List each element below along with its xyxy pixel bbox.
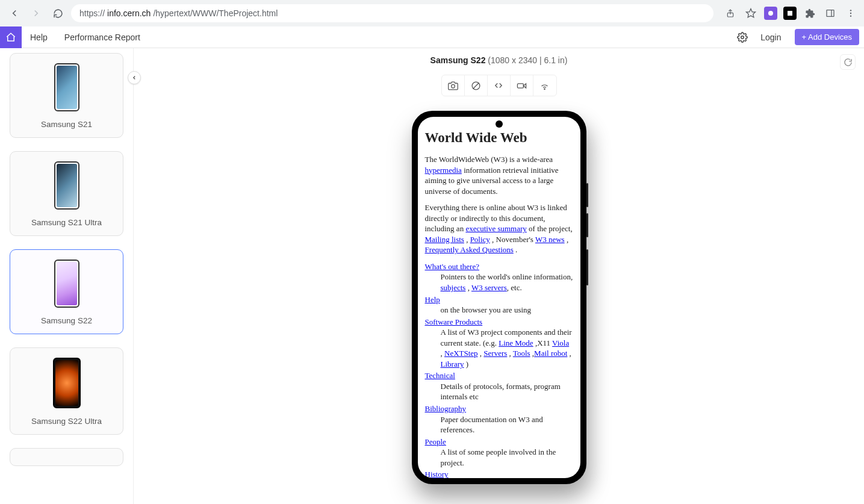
device-card-samsung-s22[interactable]: Samsung S22 [10,249,123,334]
viola-link[interactable]: Viola [552,338,569,347]
svg-line-11 [473,82,479,89]
people-link[interactable]: People [425,437,446,446]
screenshot-button[interactable] [442,75,465,96]
device-card-label: Samsung S21 Ultra [31,218,102,227]
login-link[interactable]: Login [752,33,789,42]
device-card-samsung-s22-ultra[interactable]: Samsung S22 Ultra [10,347,123,435]
rotate-button[interactable] [465,75,488,96]
url-host: info.cern.ch [107,8,151,18]
network-button[interactable] [533,75,556,96]
mail-robot-link[interactable]: Mail robot [534,349,567,358]
executive-summary-link[interactable]: executive summary [465,224,526,233]
volume-down-button [586,213,588,237]
power-button [586,249,588,285]
hypermedia-link[interactable]: hypermedia [425,166,462,175]
collapse-sidebar-button[interactable] [128,71,141,84]
device-card-samsung-s21[interactable]: Samsung S21 [10,53,123,138]
policy-link[interactable]: Policy [470,235,490,244]
svg-marker-1 [747,9,756,17]
svg-point-6 [850,13,851,14]
refresh-preview-button[interactable] [840,54,856,70]
svg-rect-12 [517,83,523,87]
help-link[interactable]: Help [22,33,56,42]
device-thumbnail [53,358,81,408]
camera-notch [496,120,503,128]
reload-button[interactable] [49,5,66,22]
nextstep-link[interactable]: NeXTStep [444,349,478,358]
device-card-label: Samsung S22 [41,316,92,325]
url-scheme: https:// [79,8,105,18]
w3-servers-link[interactable]: W3 servers [471,283,507,292]
svg-point-8 [741,36,744,39]
intro-paragraph-2: Everything there is online about W3 is l… [425,202,573,255]
kebab-menu-icon[interactable] [844,6,858,20]
back-button[interactable] [6,5,23,22]
forward-button[interactable] [28,5,45,22]
device-thumbnail [54,161,79,210]
subjects-link[interactable]: subjects [441,283,466,292]
device-thumbnail [54,63,79,111]
definition-list: What's out there? Pointers to the world'… [425,261,573,478]
settings-gear-icon[interactable] [733,32,752,43]
line-mode-link[interactable]: Line Mode [499,338,533,347]
device-mockup: World Wide Web The WorldWideWeb (W3) is … [412,111,586,484]
devtools-button[interactable] [488,75,511,96]
library-link[interactable]: Library [441,359,464,369]
history-link[interactable]: History [425,470,449,478]
whats-out-there-link[interactable]: What's out there? [425,262,479,271]
extension-purple-icon[interactable] [764,7,777,20]
device-name: Samsung S22 [430,55,486,65]
add-devices-button[interactable]: + Add Devices [795,29,859,45]
svg-point-2 [768,11,773,16]
servers-link[interactable]: Servers [483,349,507,358]
bookmark-star-icon[interactable] [744,6,758,20]
extensions-puzzle-icon[interactable] [803,6,817,20]
device-screen[interactable]: World Wide Web The WorldWideWeb (W3) is … [418,117,580,478]
address-bar[interactable]: https://info.cern.ch/hypertext/WWW/ThePr… [71,4,713,22]
mailing-lists-link[interactable]: Mailing lists [425,235,464,244]
technical-link[interactable]: Technical [425,371,455,380]
device-card-label: Samsung S22 Ultra [31,417,102,426]
chrome-actions [723,6,858,20]
preview-toolbar [134,75,864,96]
device-thumbnail [54,260,79,308]
software-products-link[interactable]: Software Products [425,317,483,326]
record-button[interactable] [511,75,533,96]
device-spec: (1080 x 2340 | 6.1 in) [488,55,567,65]
faq-link[interactable]: Frequently Asked Questions [425,245,514,254]
intro-paragraph-1: The WorldWideWeb (W3) is a wide-area hyp… [425,154,573,196]
performance-report-link[interactable]: Performance Report [56,33,149,42]
svg-marker-13 [523,83,526,87]
home-button[interactable] [0,26,22,48]
browser-toolbar: https://info.cern.ch/hypertext/WWW/ThePr… [0,0,864,26]
bibliography-link[interactable]: Bibliography [425,404,467,413]
svg-point-7 [850,15,851,16]
tools-link[interactable]: Tools [513,349,530,358]
panel-icon[interactable] [823,6,838,20]
page-title: World Wide Web [425,130,573,146]
w3-news-link[interactable]: W3 news [535,235,565,244]
svg-point-5 [850,10,851,11]
help-link-dl[interactable]: Help [425,295,440,304]
device-sidebar: Samsung S21Samsung S21 UltraSamsung S22S… [0,48,134,504]
svg-point-9 [451,84,455,88]
svg-rect-3 [827,10,834,17]
device-card-label: Samsung S21 [41,120,92,129]
device-card-samsung-s21-ultra[interactable]: Samsung S21 Ultra [10,151,123,236]
app-header: Help Performance Report Login + Add Devi… [0,26,864,48]
svg-point-14 [544,89,545,89]
url-path: /hypertext/WWW/TheProject.html [153,8,278,18]
device-title: Samsung S22 (1080 x 2340 | 6.1 in) [134,55,864,65]
device-card-partial[interactable] [10,448,123,466]
volume-up-button [586,183,588,207]
extension-black-icon[interactable] [783,7,797,20]
share-icon[interactable] [723,6,738,20]
preview-area: Samsung S22 (1080 x 2340 | 6.1 in) [134,48,864,504]
